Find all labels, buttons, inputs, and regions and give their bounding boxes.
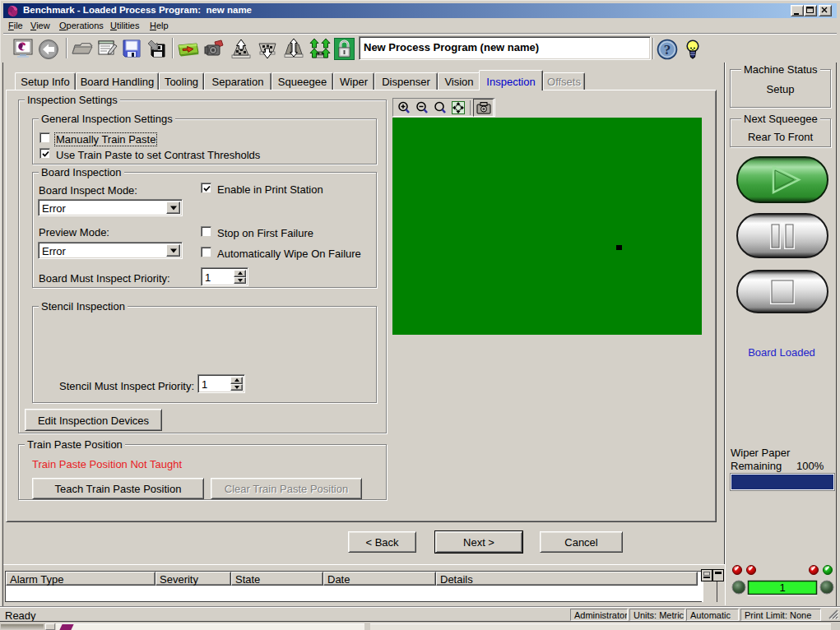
svg-text:1: 1: [779, 581, 785, 594]
svg-text:?: ?: [664, 42, 671, 58]
